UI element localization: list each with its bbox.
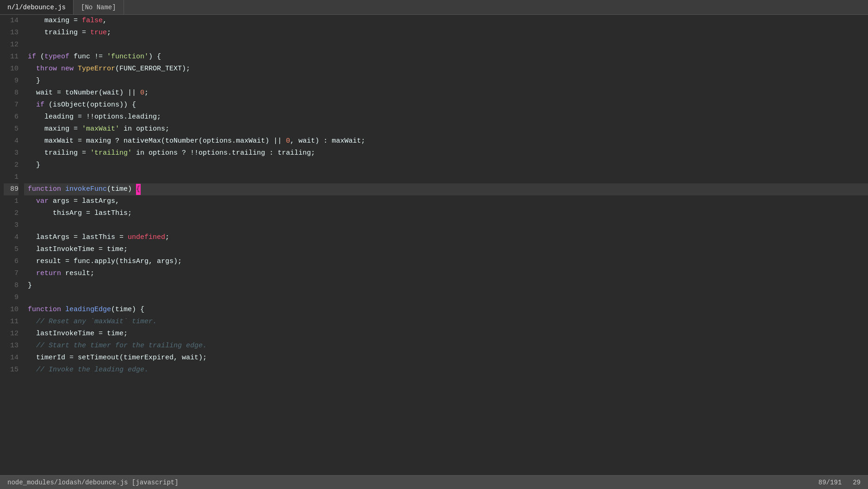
status-filename: node_modules/lodash/debounce.js [javascr…	[7, 479, 179, 486]
token-plain	[28, 100, 36, 111]
code-line: wait = toNumber(wait) || 0;	[24, 87, 868, 99]
line-number: 4	[4, 135, 19, 147]
token-plain: lastInvokeTime = time;	[28, 328, 128, 340]
token-kw: if	[28, 51, 36, 63]
token-plain	[61, 184, 65, 195]
token-comment: // Invoke the leading edge.	[28, 364, 149, 376]
code-line: maxing = false,	[24, 15, 868, 27]
line-number: 2	[4, 159, 19, 171]
line-number: 11	[4, 51, 19, 63]
token-kw: function	[28, 184, 61, 195]
token-plain: trailing =	[28, 27, 90, 39]
token-str: 'trailing'	[90, 148, 132, 159]
token-plain	[57, 63, 61, 75]
token-plain: ;	[107, 27, 111, 39]
token-kw: new	[61, 63, 74, 75]
status-position: 89/191	[818, 479, 842, 486]
line-numbers: 1413121110987654321891234567891011121314…	[0, 15, 24, 475]
cursor: {	[136, 184, 141, 195]
token-plain: ,	[103, 15, 107, 27]
code-line	[24, 39, 868, 51]
token-type: TypeError	[78, 63, 115, 75]
line-number: 1	[4, 195, 19, 207]
token-bool: true	[90, 27, 107, 39]
line-number: 3	[4, 219, 19, 232]
token-kw: return	[36, 268, 61, 280]
token-plain: ) {	[149, 51, 161, 63]
code-line: if (isObject(options)) {	[24, 99, 868, 111]
line-number: 8	[4, 280, 19, 292]
code-line: lastInvokeTime = time;	[24, 244, 868, 256]
token-kw: typeof	[44, 51, 69, 63]
line-number: 2	[4, 207, 19, 219]
code-line: timerId = setTimeout(timerExpired, wait)…	[24, 352, 868, 364]
line-number: 11	[4, 316, 19, 328]
token-plain: }	[28, 160, 40, 171]
line-number: 9	[4, 292, 19, 304]
code-area: 1413121110987654321891234567891011121314…	[0, 15, 868, 475]
line-number: 7	[4, 99, 19, 111]
code-line: }	[24, 159, 868, 171]
code-line: return result;	[24, 268, 868, 280]
code-line	[24, 292, 868, 304]
tab-debounce[interactable]: n/l/debounce.js	[0, 0, 74, 14]
token-kw: function	[28, 304, 61, 316]
code-line: if (typeof func != 'function') {	[24, 51, 868, 63]
token-kw-flow: throw	[36, 63, 57, 75]
token-plain	[28, 196, 36, 207]
token-plain: result;	[61, 268, 94, 280]
code-line: // Invoke the leading edge.	[24, 364, 868, 376]
token-plain: in options ? !!options.trailing : traili…	[132, 148, 315, 159]
status-bar: node_modules/lodash/debounce.js [javascr…	[0, 475, 868, 489]
line-number: 9	[4, 75, 19, 87]
status-right: 89/191 29	[818, 479, 861, 486]
token-plain: timerId = setTimeout(timerExpired, wait)…	[28, 352, 207, 364]
tab-noname[interactable]: [No Name]	[74, 0, 124, 14]
line-number: 15	[4, 364, 19, 376]
code-line: trailing = 'trailing' in options ? !!opt…	[24, 147, 868, 159]
token-plain: (FUNC_ERROR_TEXT);	[115, 63, 190, 75]
token-plain: }	[28, 75, 40, 87]
code-line: // Reset any `maxWait` timer.	[24, 316, 868, 328]
line-number: 14	[4, 15, 19, 27]
token-kw: var	[36, 196, 49, 207]
code-line	[24, 219, 868, 232]
line-number: 12	[4, 39, 19, 51]
token-plain: maxing =	[28, 15, 82, 27]
code-line: lastInvokeTime = time;	[24, 328, 868, 340]
line-number: 6	[4, 111, 19, 123]
status-left: node_modules/lodash/debounce.js [javascr…	[7, 479, 179, 486]
token-plain	[61, 304, 65, 316]
token-plain	[28, 268, 36, 280]
token-plain: thisArg = lastThis;	[28, 208, 132, 219]
line-number: 6	[4, 256, 19, 268]
token-plain: lastArgs = lastThis =	[28, 232, 128, 244]
line-number: 3	[4, 147, 19, 159]
token-plain: func !=	[69, 51, 107, 63]
editor-container: 1413121110987654321891234567891011121314…	[0, 15, 868, 475]
token-plain	[28, 63, 36, 75]
tab-bar: n/l/debounce.js [No Name]	[0, 0, 868, 15]
line-number: 1	[4, 171, 19, 183]
token-fn: invokeFunc	[65, 184, 107, 195]
code-line: throw new TypeError(FUNC_ERROR_TEXT);	[24, 63, 868, 75]
line-number: 10	[4, 63, 19, 75]
tab-label-noname: [No Name]	[81, 4, 116, 11]
code-line: maxing = 'maxWait' in options;	[24, 123, 868, 135]
code-line: lastArgs = lastThis = undefined;	[24, 232, 868, 244]
token-plain: trailing =	[28, 148, 90, 159]
code-line: maxWait = maxing ? nativeMax(toNumber(op…	[24, 135, 868, 147]
token-comment: // Start the timer for the trailing edge…	[28, 340, 207, 352]
token-str: 'function'	[107, 51, 149, 63]
token-plain: maxing =	[28, 124, 82, 135]
token-plain: wait = toNumber(wait) ||	[28, 88, 140, 99]
token-plain: (isObject(options)) {	[44, 100, 136, 111]
token-plain: in options;	[119, 124, 169, 135]
line-number: 12	[4, 328, 19, 340]
line-number: 14	[4, 352, 19, 364]
line-number: 13	[4, 340, 19, 352]
code-lines[interactable]: maxing = false, trailing = true; if (typ…	[24, 15, 868, 475]
token-plain: args = lastArgs,	[49, 196, 119, 207]
code-line: thisArg = lastThis;	[24, 207, 868, 219]
line-number: 13	[4, 27, 19, 39]
